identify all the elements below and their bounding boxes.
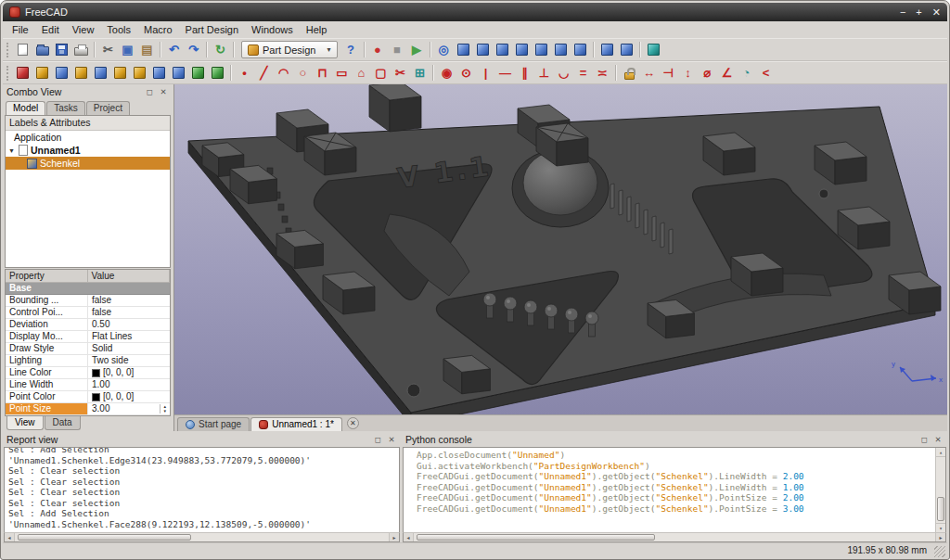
macro-record-icon[interactable]: ● <box>368 40 388 59</box>
draft-button[interactable] <box>149 63 169 83</box>
constraint-distance-icon[interactable]: ↔ <box>639 63 659 83</box>
arc-icon[interactable]: ◠ <box>274 63 293 83</box>
select-elements-icon[interactable]: < <box>756 63 776 83</box>
circle-icon[interactable]: ○ <box>293 63 313 83</box>
resize-grip[interactable] <box>934 546 945 557</box>
menu-macro[interactable]: Macro <box>138 23 178 36</box>
menu-edit[interactable]: Edit <box>36 23 65 36</box>
tree-item-schenkel[interactable]: Schenkel <box>6 157 170 170</box>
macro-stop-icon[interactable]: ■ <box>388 40 407 59</box>
spin-down-icon[interactable]: ▾ <box>163 409 166 414</box>
slot-icon[interactable]: ▢ <box>371 63 391 83</box>
polar-pattern-button[interactable] <box>208 63 227 83</box>
constraint-angle-icon[interactable]: ∠ <box>717 63 737 83</box>
fillet-button[interactable] <box>110 63 130 83</box>
point-icon[interactable]: • <box>235 63 254 83</box>
report-view-body[interactable]: Sel : Add Selection'Unnamed1.Schenkel.Ed… <box>4 447 400 532</box>
close-panel-button[interactable]: ✕ <box>932 434 944 445</box>
constraint-parallel-icon[interactable]: ∥ <box>515 63 534 83</box>
polyline-icon[interactable]: ⊓ <box>313 63 332 83</box>
paste-icon[interactable]: ▤ <box>137 40 157 59</box>
maximize-button[interactable]: + <box>916 3 921 21</box>
cut-icon[interactable]: ✂ <box>98 40 118 59</box>
property-group-base[interactable]: Base <box>6 283 170 295</box>
scroll-down-icon[interactable]: ▾ <box>936 523 945 532</box>
sketch-button[interactable] <box>13 63 32 83</box>
undo-icon[interactable]: ↶ <box>164 40 184 59</box>
scrollbar-thumb[interactable] <box>18 534 191 541</box>
float-panel-button[interactable]: ◻ <box>918 434 930 445</box>
polygon-icon[interactable]: ⌂ <box>352 63 371 83</box>
property-row[interactable]: Point Color[0, 0, 0] <box>6 391 170 403</box>
tab-project[interactable]: Project <box>86 101 130 115</box>
open-document-button[interactable] <box>32 40 52 59</box>
whats-this-icon[interactable]: ? <box>341 40 361 59</box>
scroll-right-icon[interactable]: ▸ <box>389 533 399 541</box>
property-column-header[interactable]: Property <box>6 270 88 282</box>
tab-close-button[interactable]: ✕ <box>347 417 359 429</box>
property-row[interactable]: Bounding ...false <box>6 295 170 307</box>
property-row[interactable]: Line Color[0, 0, 0] <box>6 367 170 379</box>
mirrored-button[interactable] <box>169 63 188 83</box>
python-hscrollbar[interactable]: ◂ ▸ <box>403 532 946 542</box>
scroll-right-icon[interactable]: ▸ <box>935 533 945 541</box>
float-panel-button[interactable]: ◻ <box>372 434 383 445</box>
close-button[interactable]: ✕ <box>932 3 941 21</box>
revolution-button[interactable] <box>71 63 91 83</box>
menu-help[interactable]: Help <box>301 23 333 36</box>
tab-view[interactable]: View <box>6 416 44 430</box>
constraint-equal-icon[interactable]: = <box>573 63 593 83</box>
redo-icon[interactable]: ↷ <box>184 40 203 59</box>
scroll-up-icon[interactable]: ▴ <box>936 448 945 457</box>
titlebar[interactable]: FreeCAD − + ✕ <box>3 3 947 21</box>
workbench-selector[interactable]: Part Design▾ <box>241 41 338 58</box>
python-vscrollbar[interactable]: ▴ ▾ <box>935 448 945 532</box>
tree-item-unnamed1[interactable]: ▼ Unnamed1 <box>6 144 170 157</box>
pad-button[interactable] <box>32 63 52 83</box>
tab-start-page[interactable]: Start page <box>177 417 250 431</box>
toolbar-handle[interactable] <box>6 43 9 57</box>
tab-model[interactable]: Model <box>6 101 45 115</box>
pocket-button[interactable] <box>52 63 71 83</box>
constraint-radius-icon[interactable]: ⌀ <box>698 63 717 83</box>
report-hscrollbar[interactable]: ◂ ▸ <box>4 532 400 542</box>
axonometric-view-button[interactable] <box>454 40 473 59</box>
constraint-hdistance-icon[interactable]: ⊣ <box>659 63 678 83</box>
menu-view[interactable]: View <box>67 23 100 36</box>
constraint-perpendicular-icon[interactable]: ⊥ <box>534 63 554 83</box>
trim-icon[interactable]: ✂ <box>391 63 410 83</box>
chamfer-button[interactable] <box>130 63 149 83</box>
property-row[interactable]: Draw StyleSolid <box>6 343 170 355</box>
line-icon[interactable]: ╱ <box>254 63 274 83</box>
macro-play-icon[interactable]: ▶ <box>407 40 427 59</box>
rotate-left-view-button[interactable] <box>597 40 617 59</box>
refresh-icon[interactable]: ↻ <box>211 40 230 59</box>
rear-view-button[interactable] <box>532 40 551 59</box>
property-row[interactable]: Control Poi...false <box>6 307 170 319</box>
property-row[interactable]: Point Size3.00▴▾ <box>6 403 170 415</box>
menu-file[interactable]: File <box>6 23 34 36</box>
close-panel-button[interactable]: ✕ <box>158 86 169 97</box>
property-row[interactable]: Deviation0.50 <box>6 319 170 331</box>
3d-viewport[interactable]: V 1.1 x y <box>174 84 947 414</box>
expand-arrow-icon[interactable]: ▼ <box>7 147 16 154</box>
new-document-button[interactable] <box>13 40 32 59</box>
rectangle-icon[interactable]: ▭ <box>332 63 352 83</box>
property-value[interactable]: 3.00▴▾ <box>88 403 170 414</box>
scrollbar-thumb[interactable] <box>937 497 944 521</box>
save-button[interactable] <box>52 40 71 59</box>
bottom-view-button[interactable] <box>551 40 571 59</box>
constraint-point-on-object-icon[interactable]: ⊙ <box>456 63 476 83</box>
property-row[interactable]: Display Mo...Flat Lines <box>6 331 170 343</box>
menu-part-design[interactable]: Part Design <box>180 23 244 36</box>
linear-pattern-button[interactable] <box>188 63 208 83</box>
constraint-horizontal-icon[interactable]: — <box>495 63 515 83</box>
tab-tasks[interactable]: Tasks <box>46 101 85 115</box>
groove-button[interactable] <box>91 63 110 83</box>
clipping-plane-button[interactable] <box>644 40 663 59</box>
constraint-symmetric-icon[interactable]: ≍ <box>593 63 612 83</box>
menu-windows[interactable]: Windows <box>246 23 299 36</box>
copy-icon[interactable]: ▣ <box>118 40 137 59</box>
property-row[interactable]: LightingTwo side <box>6 355 170 367</box>
constraint-vdistance-icon[interactable]: ↕ <box>678 63 698 83</box>
